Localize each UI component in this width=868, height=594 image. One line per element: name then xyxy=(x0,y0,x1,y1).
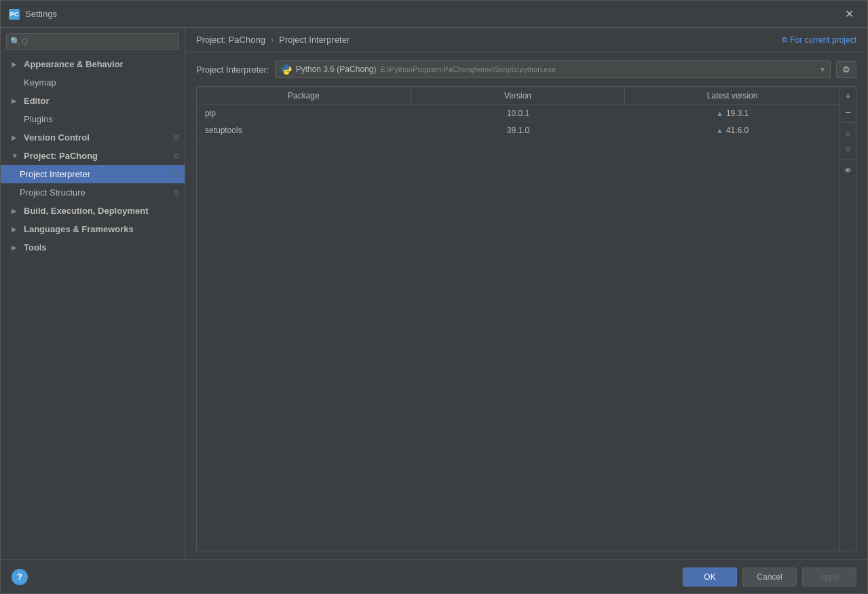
expand-icon: ▶ xyxy=(12,207,20,215)
col-latest-version: Latest version xyxy=(625,87,839,105)
copy-icon: ⧉ xyxy=(174,170,179,179)
sidebar-item-label: Project: PaChong xyxy=(24,151,98,161)
breadcrumb-parent: Project: PaChong xyxy=(196,35,265,45)
col-package: Package xyxy=(197,87,411,105)
sidebar-item-label: Project Structure xyxy=(20,187,86,198)
table-toolbar: + − ▲ ▼ 👁 xyxy=(839,87,856,551)
window-title: Settings xyxy=(25,9,839,19)
move-up-button: ▲ xyxy=(841,126,856,141)
expand-icon: ▶ xyxy=(12,60,20,68)
add-package-button[interactable]: + xyxy=(841,88,856,103)
breadcrumb: Project: PaChong › Project Interpreter ⧉… xyxy=(185,28,867,52)
package-name: pip xyxy=(197,105,411,122)
sidebar-item-languages-frameworks[interactable]: ▶ Languages & Frameworks xyxy=(1,220,185,238)
search-icon: 🔍 xyxy=(10,37,20,46)
sidebar: 🔍 ▶ Appearance & Behavior Keymap ▶ Edito… xyxy=(1,28,185,559)
search-box: 🔍 xyxy=(6,33,179,50)
main-content: Project: PaChong › Project Interpreter ⧉… xyxy=(185,28,867,559)
breadcrumb-current: Project Interpreter xyxy=(279,35,350,45)
latest-version-value: 41.6.0 xyxy=(726,126,749,135)
upgrade-arrow-icon: ▲ xyxy=(716,126,723,134)
link-icon: ⧉ xyxy=(782,35,787,44)
link-label: For current project xyxy=(790,35,856,45)
table-row[interactable]: setuptools 39.1.0 ▲ 41.6.0 xyxy=(197,122,839,139)
sidebar-item-label: Editor xyxy=(24,96,50,106)
breadcrumb-separator: › xyxy=(271,35,273,45)
table-row[interactable]: pip 10.0.1 ▲ 19.3.1 xyxy=(197,105,839,122)
sidebar-item-keymap[interactable]: Keymap xyxy=(1,73,185,92)
sidebar-item-label: Appearance & Behavior xyxy=(24,59,124,69)
sidebar-item-label: Build, Execution, Deployment xyxy=(24,206,148,216)
toolbar-divider xyxy=(842,160,854,160)
upgrade-arrow-icon: ▲ xyxy=(716,109,723,117)
interpreter-path: E:\PythonProgram\PaChong\venv\Scripts\py… xyxy=(380,65,556,73)
interpreter-select[interactable]: Python 3.6 (PaChong) E:\PythonProgram\Pa… xyxy=(275,60,831,78)
sidebar-item-project-structure[interactable]: Project Structure ⧉ xyxy=(1,183,185,202)
help-button[interactable]: ? xyxy=(12,569,28,585)
expand-icon: ▶ xyxy=(12,244,20,251)
package-version: 39.1.0 xyxy=(411,122,626,138)
expand-icon: ▶ xyxy=(12,225,20,233)
copy-icon: ⧉ xyxy=(174,188,179,197)
copy-icon: ⧉ xyxy=(174,133,179,142)
search-input[interactable] xyxy=(6,33,179,50)
settings-area: Project Interpreter: Python 3.6 (PaChong… xyxy=(185,52,867,559)
sidebar-item-plugins[interactable]: Plugins xyxy=(1,110,185,128)
apply-button[interactable]: Apply xyxy=(802,568,856,587)
sidebar-item-editor[interactable]: ▶ Editor xyxy=(1,92,185,110)
package-latest: ▲ 19.3.1 xyxy=(625,105,839,122)
sidebar-item-label: Plugins xyxy=(24,114,53,124)
move-down-button: ▼ xyxy=(841,142,856,157)
sidebar-item-version-control[interactable]: ▶ Version Control ⧉ xyxy=(1,128,185,147)
chevron-down-icon: ▼ xyxy=(819,66,826,73)
col-version: Version xyxy=(411,87,626,105)
package-table: Package Version Latest version pip 10.0.… xyxy=(197,87,839,551)
ok-button[interactable]: OK xyxy=(683,568,737,587)
gear-button[interactable]: ⚙ xyxy=(836,61,856,78)
close-button[interactable]: ✕ xyxy=(839,5,859,23)
toolbar-divider xyxy=(842,122,854,123)
package-version: 10.0.1 xyxy=(411,105,626,122)
sidebar-item-build-execution[interactable]: ▶ Build, Execution, Deployment xyxy=(1,202,185,220)
package-latest: ▲ 41.6.0 xyxy=(625,122,839,138)
python-icon xyxy=(281,64,292,75)
sidebar-item-tools[interactable]: ▶ Tools xyxy=(1,238,185,257)
sidebar-item-label: Tools xyxy=(24,242,47,253)
sidebar-item-appearance[interactable]: ▶ Appearance & Behavior xyxy=(1,55,185,73)
expand-icon: ▶ xyxy=(12,134,20,141)
cancel-button[interactable]: Cancel xyxy=(742,568,797,587)
sidebar-item-label: Project Interpreter xyxy=(20,169,90,179)
sidebar-item-project-interpreter[interactable]: Project Interpreter ⧉ xyxy=(1,165,185,183)
interpreter-label: Project Interpreter: xyxy=(196,64,269,75)
package-table-container: Package Version Latest version pip 10.0.… xyxy=(196,86,856,551)
sidebar-item-label: Languages & Frameworks xyxy=(24,224,134,234)
expand-icon: ▼ xyxy=(12,152,20,160)
remove-package-button[interactable]: − xyxy=(841,105,856,119)
bottom-bar: ? OK Cancel Apply xyxy=(1,559,867,593)
content-area: 🔍 ▶ Appearance & Behavior Keymap ▶ Edito… xyxy=(1,28,867,559)
app-icon: PC xyxy=(9,9,20,20)
table-header: Package Version Latest version xyxy=(197,87,839,105)
settings-window: PC Settings ✕ 🔍 ▶ Appearance & Behavior … xyxy=(0,0,868,594)
title-bar: PC Settings ✕ xyxy=(1,1,867,28)
copy-icon: ⧉ xyxy=(174,151,179,160)
expand-icon: ▶ xyxy=(12,97,20,105)
for-current-project-link[interactable]: ⧉ For current project xyxy=(782,35,856,45)
latest-version-value: 19.3.1 xyxy=(726,109,749,118)
sidebar-item-project-pachong[interactable]: ▼ Project: PaChong ⧉ xyxy=(1,147,185,165)
interpreter-name: Python 3.6 (PaChong) xyxy=(296,64,377,74)
sidebar-item-label: Version Control xyxy=(24,132,90,143)
sidebar-item-label: Keymap xyxy=(24,77,56,88)
package-name: setuptools xyxy=(197,122,411,138)
eye-button[interactable]: 👁 xyxy=(841,163,856,178)
interpreter-row: Project Interpreter: Python 3.6 (PaChong… xyxy=(196,60,856,78)
